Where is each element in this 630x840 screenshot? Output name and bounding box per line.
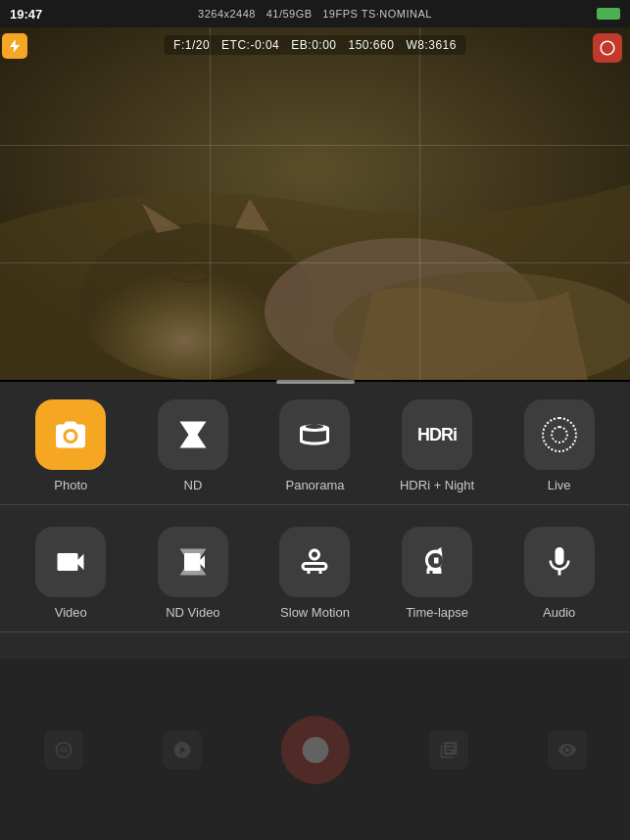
photo-icon — [53, 417, 88, 452]
etc-value: ETC:-0:04 — [221, 38, 279, 52]
row-separator-2 — [0, 631, 630, 632]
hdri-icon-bg: HDRi — [402, 399, 472, 470]
mode-row-2: Video ND Video Slow Motion — [0, 509, 630, 628]
svg-text:4k: 4k — [59, 745, 69, 755]
nd-video-label: ND Video — [166, 605, 219, 620]
nd-label: ND — [184, 478, 203, 492]
mode-selector-panel: Photo ND Panorama HDRi HDR — [0, 382, 630, 840]
mode-item-slow-motion[interactable]: Slow Motion — [266, 527, 363, 620]
bottom-ctrl-4[interactable] — [548, 730, 587, 770]
mode-item-photo[interactable]: Photo — [22, 399, 120, 492]
fstop-value: F:1/20 — [173, 38, 210, 52]
nd-video-icon — [175, 544, 211, 580]
audio-icon — [542, 544, 577, 580]
slow-motion-icon — [297, 544, 332, 580]
mode-row-1: Photo ND Panorama HDRi HDR — [0, 382, 630, 500]
mode-item-panorama[interactable]: Panorama — [266, 399, 363, 492]
panorama-label: Panorama — [285, 478, 344, 492]
main-shutter-button[interactable] — [281, 716, 350, 784]
status-bar: 19:47 3264x2448 41/59GB 19FPS TS·NOMINAL — [0, 0, 630, 27]
flash-button[interactable] — [2, 33, 27, 59]
live-icon — [542, 417, 577, 452]
video-icon-bg — [35, 527, 106, 597]
bottom-camera-controls: 4k — [0, 659, 630, 840]
camera-viewfinder[interactable]: F:1/20 ETC:-0:04 EB:0:00 150:660 W8:3616 — [0, 27, 630, 380]
hdr-text: HDRi — [417, 425, 457, 445]
audio-icon-bg — [524, 527, 595, 597]
battery-icon — [597, 8, 620, 20]
left-sidebar — [0, 27, 29, 380]
live-label: Live — [548, 478, 571, 492]
wb-value: W8:3616 — [406, 38, 457, 52]
slow-motion-label: Slow Motion — [280, 605, 350, 620]
mode-item-hdri[interactable]: HDRi HDRi + Night — [388, 399, 486, 492]
mode-item-nd-video[interactable]: ND Video — [144, 527, 242, 620]
live-icon-inner — [551, 426, 568, 443]
time-lapse-icon-bg — [402, 527, 472, 597]
video-label: Video — [55, 605, 87, 620]
mode-item-video[interactable]: Video — [22, 527, 120, 620]
mode-item-nd[interactable]: ND — [144, 399, 242, 492]
mode-item-audio[interactable]: Audio — [510, 527, 608, 620]
photo-icon-bg — [35, 399, 106, 470]
bottom-ctrl-2[interactable] — [163, 730, 202, 770]
record-button[interactable] — [593, 33, 622, 63]
iso-value: 150:660 — [349, 38, 395, 52]
nd-icon — [175, 417, 211, 452]
row-separator-1 — [0, 504, 630, 505]
time-lapse-icon — [419, 544, 455, 580]
svg-point-7 — [302, 736, 328, 763]
slow-motion-icon-bg — [279, 527, 350, 597]
photo-label: Photo — [54, 478, 87, 492]
svg-point-4 — [604, 44, 611, 52]
time-lapse-label: Time-lapse — [406, 605, 468, 620]
hdri-label: HDRi + Night — [400, 478, 474, 492]
eb-value: EB:0:00 — [291, 38, 336, 52]
live-icon-bg — [524, 399, 595, 470]
bottom-ctrl-3[interactable] — [429, 730, 468, 770]
panorama-icon-bg — [279, 399, 350, 470]
mode-item-time-lapse[interactable]: Time-lapse — [388, 527, 486, 620]
nd-video-icon-bg — [158, 527, 228, 597]
status-time: 19:47 — [10, 7, 42, 22]
mode-item-live[interactable]: Live — [510, 399, 608, 492]
nd-icon-bg — [158, 399, 228, 470]
camera-info-bar: F:1/20 ETC:-0:04 EB:0:00 150:660 W8:3616 — [164, 35, 466, 55]
status-info: 3264x2448 41/59GB 19FPS TS·NOMINAL — [198, 8, 432, 20]
cat-image — [0, 27, 630, 380]
scroll-indicator — [276, 380, 355, 384]
panorama-icon — [297, 417, 332, 452]
audio-label: Audio — [543, 605, 575, 620]
video-icon — [53, 544, 88, 580]
bottom-ctrl-1[interactable]: 4k — [44, 730, 83, 770]
